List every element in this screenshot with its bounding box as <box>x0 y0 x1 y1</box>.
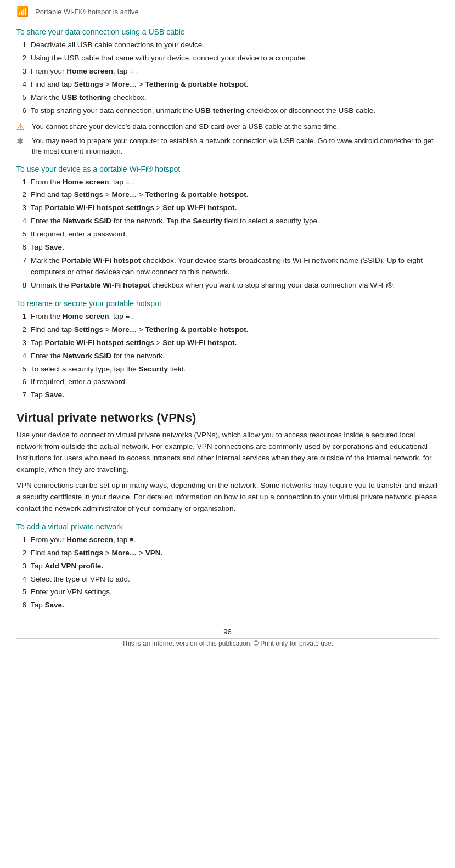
header-status: Portable Wi-Fi® hotspot is active <box>35 8 139 16</box>
add-vpn-step-1: From your Home screen, tap ≡. <box>16 534 439 546</box>
usb-step-5: Mark the USB tethering checkbox. <box>16 92 439 104</box>
rename-step-3: Tap Portable Wi-Fi hotspot settings > Se… <box>16 337 439 349</box>
rename-step-2: Find and tap Settings > More… > Tetherin… <box>16 324 439 336</box>
usb-step-1: Deactivate all USB cable connections to … <box>16 40 439 51</box>
add-vpn-step-6: Tap Save. <box>16 600 439 611</box>
rename-section: To rename or secure your portable hotspo… <box>16 299 439 401</box>
vpn-main-section: Virtual private networks (VPNs) Use your… <box>16 411 439 514</box>
vpn-para2: VPN connections can be set up in many wa… <box>16 480 439 515</box>
add-vpn-step-2: Find and tap Settings > More… > VPN. <box>16 548 439 559</box>
wifi-hotspot-heading: To use your device as a portable Wi-Fi® … <box>16 165 439 173</box>
footer-divider <box>16 638 439 639</box>
usb-tip: ✱ You may need to prepare your computer … <box>16 136 439 157</box>
wifi-icon: 📶 <box>16 5 29 18</box>
page: 📶 Portable Wi-Fi® hotspot is active To s… <box>0 0 455 868</box>
wifi-step-4: Enter the Network SSID for the network. … <box>16 216 439 227</box>
wifi-step-2: Find and tap Settings > More… > Tetherin… <box>16 189 439 201</box>
rename-step-4: Enter the Network SSID for the network. <box>16 351 439 362</box>
wifi-step-7: Mark the Portable Wi-Fi hotspot checkbox… <box>16 255 439 278</box>
vpn-main-heading: Virtual private networks (VPNs) <box>16 411 439 425</box>
rename-steps: From the Home screen, tap ≡ . Find and t… <box>16 311 439 401</box>
wifi-step-3: Tap Portable Wi-Fi hotspot settings > Se… <box>16 202 439 214</box>
add-vpn-heading: To add a virtual private network <box>16 522 439 531</box>
wifi-step-5: If required, enter a password. <box>16 229 439 240</box>
page-footer: 96 This is an Internet version of this p… <box>16 628 439 653</box>
add-vpn-section: To add a virtual private network From yo… <box>16 522 439 612</box>
rename-step-6: If required, enter a password. <box>16 376 439 388</box>
footer-text: This is an Internet version of this publ… <box>16 640 439 647</box>
usb-section: To share your data connection using a US… <box>16 27 439 157</box>
add-vpn-steps: From your Home screen, tap ≡. Find and t… <box>16 534 439 612</box>
rename-step-5: To select a security type, tap the Secur… <box>16 364 439 375</box>
exclamation-icon: ⚠ <box>16 122 27 132</box>
wifi-step-8: Unmark the Portable Wi-Fi hotspot checkb… <box>16 280 439 291</box>
usb-step-6: To stop sharing your data connection, un… <box>16 105 439 117</box>
header-bar: 📶 Portable Wi-Fi® hotspot is active <box>16 5 439 20</box>
usb-steps-list: Deactivate all USB cable connections to … <box>16 40 439 117</box>
add-vpn-step-3: Tap Add VPN profile. <box>16 561 439 572</box>
wifi-step-1: From the Home screen, tap ≡ . <box>16 177 439 188</box>
usb-step-3: From your Home screen, tap ≡ . <box>16 66 439 77</box>
vpn-para1: Use your device to connect to virtual pr… <box>16 430 439 476</box>
wifi-step-6: Tap Save. <box>16 242 439 253</box>
add-vpn-step-5: Enter your VPN settings. <box>16 587 439 598</box>
usb-note-text: You cannot share your device's data conn… <box>32 121 339 132</box>
rename-step-7: Tap Save. <box>16 390 439 401</box>
wifi-hotspot-section: To use your device as a portable Wi-Fi® … <box>16 165 439 291</box>
rename-step-1: From the Home screen, tap ≡ . <box>16 311 439 323</box>
usb-step-2: Using the USB cable that came with your … <box>16 53 439 64</box>
rename-heading: To rename or secure your portable hotspo… <box>16 299 439 308</box>
usb-step-4: Find and tap Settings > More… > Tetherin… <box>16 79 439 91</box>
usb-tip-text: You may need to prepare your computer to… <box>32 136 439 157</box>
page-number: 96 <box>16 628 439 636</box>
usb-section-heading: To share your data connection using a US… <box>16 27 439 36</box>
usb-note: ⚠ You cannot share your device's data co… <box>16 121 439 132</box>
add-vpn-step-4: Select the type of VPN to add. <box>16 574 439 585</box>
wifi-hotspot-steps: From the Home screen, tap ≡ . Find and t… <box>16 177 439 291</box>
tip-icon: ✱ <box>16 136 27 146</box>
